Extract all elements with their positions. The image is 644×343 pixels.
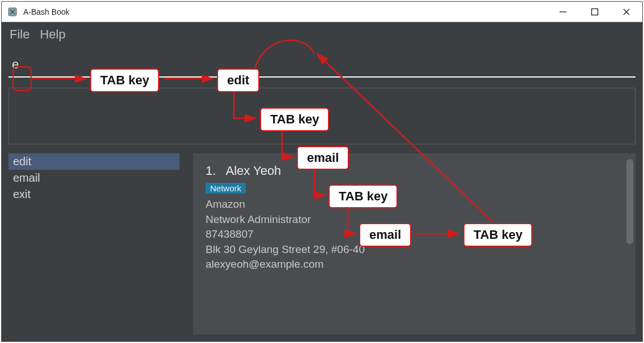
menu-file[interactable]: File: [10, 27, 29, 42]
suggestions-panel: edit email exit: [8, 153, 180, 335]
annotation-tab1: TAB key: [90, 68, 159, 92]
annotation-tab3: TAB key: [329, 185, 398, 208]
person-name: Alex Yeoh: [225, 164, 281, 178]
window-controls: [547, 2, 642, 22]
detail-panel: 1. Alex Yeoh Network Amazon Network Admi…: [193, 153, 636, 335]
annotation-tab4: TAB key: [463, 223, 532, 247]
person-phone: 87438807: [206, 227, 623, 242]
person-name-row: 1. Alex Yeoh: [206, 164, 623, 178]
minimize-button[interactable]: [547, 2, 579, 22]
window-title: A-Bash Book: [23, 7, 547, 16]
person-address: Blk 30 Geylang Street 29, #06-40: [206, 242, 623, 258]
suggestion-item[interactable]: exit: [8, 186, 180, 203]
annotation-email2: email: [359, 223, 411, 247]
person-email: alexyeoh@example.com: [206, 257, 623, 272]
person-tag: Network: [206, 183, 246, 194]
annotation-edit: edit: [217, 68, 259, 92]
maximize-button[interactable]: [579, 2, 611, 22]
titlebar: A-Bash Book: [2, 2, 642, 22]
close-button[interactable]: [611, 2, 642, 22]
detail-scrollbar[interactable]: [626, 159, 633, 244]
menubar: File Help: [2, 22, 642, 47]
annotation-tab2: TAB key: [260, 108, 329, 131]
app-icon: [7, 7, 18, 17]
svg-rect-2: [592, 8, 598, 15]
annotation-email1: email: [297, 146, 349, 170]
person-company: Amazon: [206, 197, 623, 212]
person-role: Network Administrator: [206, 212, 623, 228]
suggestion-item[interactable]: email: [8, 170, 180, 186]
menu-help[interactable]: Help: [40, 27, 65, 42]
person-index: 1.: [206, 164, 216, 178]
content-row: edit email exit 1. Alex Yeoh Network Ama…: [2, 150, 642, 341]
app-window: A-Bash Book File Help edit email exit: [1, 1, 643, 342]
annotation-input-highlight: [12, 66, 32, 91]
suggestion-item[interactable]: edit: [8, 153, 180, 170]
